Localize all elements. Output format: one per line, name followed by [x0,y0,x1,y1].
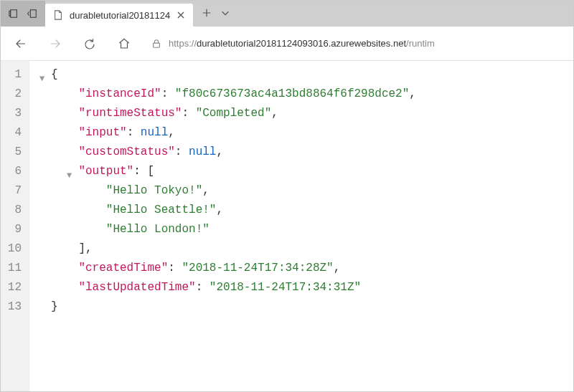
code-line: ], [29,239,416,259]
code-line: "output": [▼ [29,162,416,181]
json-viewer: 12345678910111213 {▼ "instanceId": "f80c… [1,61,573,392]
new-tab-icon[interactable] [202,8,212,20]
window-controls [1,1,45,27]
tabs-aside-icon[interactable] [8,8,19,19]
code-content[interactable]: {▼ "instanceId": "f80c673673ac4a13bd8864… [29,61,416,392]
code-line: } [29,297,416,317]
code-line: "createdTime": "2018-11-24T17:34:28Z", [29,259,416,278]
svg-rect-1 [9,11,11,16]
back-button[interactable] [6,29,35,58]
svg-rect-2 [30,10,36,18]
code-line: "instanceId": "f80c673673ac4a13bd8864f6f… [29,85,416,104]
line-number-gutter: 12345678910111213 [1,61,29,392]
svg-rect-3 [154,43,160,47]
code-line: "lastUpdatedTime": "2018-11-24T17:34:31Z… [29,278,416,297]
code-line: {▼ [29,65,416,85]
forward-button[interactable] [41,29,70,58]
close-icon[interactable] [176,10,186,20]
code-line: "customStatus": null, [29,143,416,162]
code-line: "Hello Seattle!", [29,201,416,220]
code-line: "Hello London!" [29,220,416,239]
code-line: "Hello Tokyo!", [29,181,416,201]
browser-tab[interactable]: durabletutorial20181124 [45,4,193,27]
file-icon [52,9,64,21]
url-host: durabletutorial20181124093016.azurewebsi… [197,38,406,49]
titlebar: durabletutorial20181124 [1,1,573,27]
tab-actions [193,1,239,27]
code-line: "runtimeStatus": "Completed", [29,104,416,123]
tab-title: durabletutorial20181124 [70,10,170,21]
url-scheme: https:// [169,38,197,49]
chevron-down-icon[interactable] [220,8,230,20]
home-button[interactable] [110,29,138,58]
refresh-button[interactable] [75,29,104,58]
set-aside-icon[interactable] [27,8,38,19]
lock-icon [151,39,161,49]
code-line: "input": null, [29,123,416,143]
address-bar[interactable]: https://durabletutorial20181124093016.az… [144,31,568,57]
url-path: /runtim [406,38,435,49]
url-text: https://durabletutorial20181124093016.az… [169,38,435,49]
navbar: https://durabletutorial20181124093016.az… [1,27,573,61]
svg-rect-0 [11,10,17,18]
